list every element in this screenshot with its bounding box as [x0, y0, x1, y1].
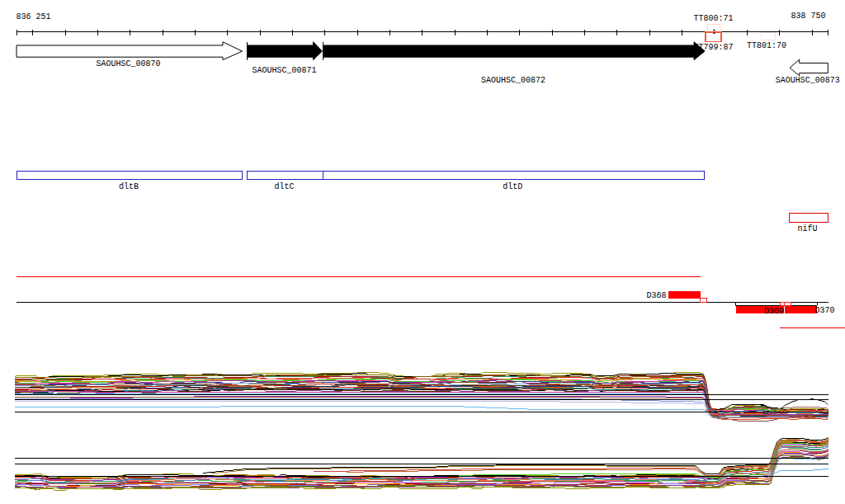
svg-text:SAOUHSC_00872: SAOUHSC_00872 [481, 76, 545, 85]
svg-text:dltC: dltC [275, 182, 295, 191]
svg-text:TT800:71: TT800:71 [694, 14, 734, 23]
svg-text:dltD: dltD [503, 182, 522, 191]
svg-text:SAOUHSC_00870: SAOUHSC_00870 [96, 59, 160, 68]
svg-text:D369: D369 [764, 307, 784, 316]
svg-text:SAOUHSC_00873: SAOUHSC_00873 [776, 76, 840, 85]
svg-text:nifU: nifU [797, 224, 817, 233]
svg-text:SAOUHSC_00871: SAOUHSC_00871 [252, 66, 316, 75]
svg-text:836 251: 836 251 [17, 12, 51, 21]
svg-text:dltB: dltB [119, 182, 139, 191]
svg-text:838 750: 838 750 [791, 12, 826, 21]
svg-text:D368: D368 [646, 291, 666, 300]
svg-text:TT801:70: TT801:70 [747, 41, 786, 50]
svg-text:D370: D370 [815, 306, 835, 315]
